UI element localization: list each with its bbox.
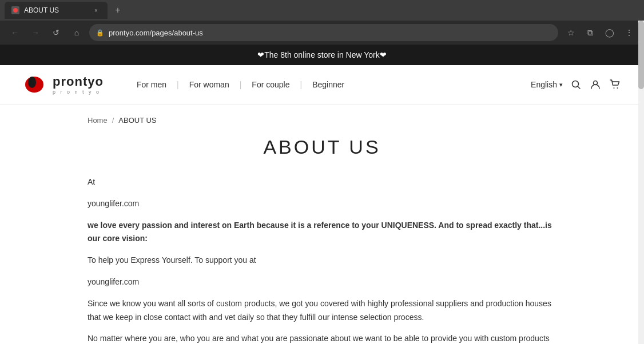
announcement-text: ❤The 8th online store in New York❤ <box>257 50 387 59</box>
header-right: English ▾ <box>531 78 621 91</box>
link2-paragraph: younglifer.com <box>88 275 556 289</box>
forward-button[interactable]: → <box>27 25 43 41</box>
breadcrumb-separator: / <box>112 116 114 125</box>
back-button[interactable]: ← <box>7 25 23 41</box>
logo-sub: p r o n t y o <box>53 89 104 95</box>
breadcrumb-current: ABOUT US <box>118 116 156 125</box>
at-label: At <box>88 177 95 186</box>
active-tab[interactable]: ABOUT US × <box>5 2 108 19</box>
url-display: prontyo.com/pages/about-us <box>109 29 203 37</box>
language-label: English <box>531 80 557 89</box>
main-nav: For men | For woman | For couple | Begin… <box>126 75 531 94</box>
svg-point-10 <box>617 87 618 89</box>
nav-for-couple[interactable]: For couple <box>241 75 300 94</box>
site-header: prontyo p r o n t y o For men | For woma… <box>0 65 644 105</box>
person-icon <box>590 79 601 90</box>
support-paragraph: To help you Express Yourself. To support… <box>88 254 556 267</box>
nav-for-men[interactable]: For men <box>126 75 177 94</box>
svg-point-9 <box>614 87 615 89</box>
cart-icon <box>610 79 620 90</box>
browser-navbar: ← → ↺ ⌂ 🔒 prontyo.com/pages/about-us ☆ ⧉… <box>0 21 644 45</box>
refresh-button[interactable]: ↺ <box>48 25 64 41</box>
younglifer-link-1[interactable]: younglifer.com <box>88 199 139 208</box>
content-body: At younglifer.com we love every passion … <box>88 175 556 344</box>
breadcrumb-home[interactable]: Home <box>88 116 108 125</box>
extensions-button[interactable]: ⧉ <box>582 25 598 41</box>
younglifer-link-2[interactable]: younglifer.com <box>88 277 139 286</box>
language-selector[interactable]: English ▾ <box>531 80 563 89</box>
new-tab-button[interactable]: + <box>110 2 126 18</box>
address-bar[interactable]: 🔒 prontyo.com/pages/about-us <box>89 24 558 41</box>
bookmark-button[interactable]: ☆ <box>563 25 579 41</box>
page-title: ABOUT US <box>88 136 556 158</box>
search-button[interactable] <box>570 78 582 91</box>
announcement-bar: ❤The 8th online store in New York❤ <box>0 45 644 65</box>
browser-window: ABOUT US × + ← → ↺ ⌂ 🔒 prontyo.com/pages… <box>0 0 644 45</box>
account-button[interactable] <box>589 78 602 91</box>
svg-point-6 <box>573 81 579 87</box>
logo[interactable]: prontyo p r o n t y o <box>23 72 104 97</box>
at-paragraph: At <box>88 175 556 189</box>
svg-line-7 <box>578 87 581 89</box>
bold-intro-paragraph: we love every passion and interest on Ea… <box>88 219 556 246</box>
logo-icon <box>23 72 48 97</box>
suppliers-paragraph: Since we know you want all sorts of cust… <box>88 297 556 325</box>
menu-button[interactable]: ⋮ <box>621 25 637 41</box>
cart-button[interactable] <box>609 78 621 91</box>
scrollbar-thumb[interactable] <box>638 21 644 89</box>
profile-button[interactable]: ◯ <box>602 25 618 41</box>
support-text: To help you Express Yourself. To support… <box>88 255 256 265</box>
svg-point-2 <box>28 77 36 88</box>
tab-title: ABOUT US <box>24 6 87 14</box>
tab-favicon <box>11 6 19 14</box>
logo-brand: prontyo <box>53 74 104 89</box>
lock-icon: 🔒 <box>96 29 104 37</box>
page-content: Home / ABOUT US ABOUT US At younglifer.c… <box>65 105 579 344</box>
logo-text-area: prontyo p r o n t y o <box>53 74 104 95</box>
tab-bar: ABOUT US × + <box>0 0 644 21</box>
scrollbar[interactable] <box>638 21 644 344</box>
search-icon <box>571 79 581 90</box>
link1-paragraph: younglifer.com <box>88 197 556 211</box>
home-button[interactable]: ⌂ <box>69 25 85 41</box>
no-matter-paragraph: No matter where you are, who you are and… <box>88 332 556 344</box>
bold-intro: we love every passion and interest on Ea… <box>88 221 552 243</box>
nav-for-woman[interactable]: For woman <box>179 75 240 94</box>
nav-beginner[interactable]: Beginner <box>302 75 355 94</box>
breadcrumb: Home / ABOUT US <box>88 116 556 125</box>
nav-right-buttons: ☆ ⧉ ◯ ⋮ <box>563 25 637 41</box>
close-tab-button[interactable]: × <box>92 6 101 15</box>
svg-point-0 <box>13 8 18 13</box>
chevron-down-icon: ▾ <box>559 81 563 89</box>
